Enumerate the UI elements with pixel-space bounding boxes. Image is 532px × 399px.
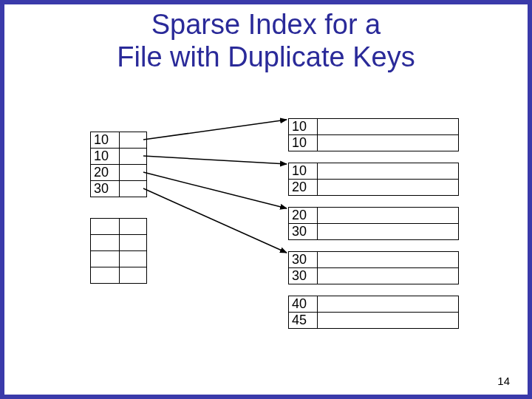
index-block-2: [90, 218, 147, 284]
data-rec: [318, 135, 459, 151]
index-key: 30: [91, 181, 120, 197]
data-block-3: 20 30: [288, 207, 459, 240]
data-block-1: 10 10: [288, 118, 459, 151]
data-rec: [318, 163, 459, 180]
data-rec: [318, 224, 459, 240]
table-row: 10: [91, 132, 147, 149]
index-key: [91, 267, 120, 284]
table-row: 20: [91, 165, 147, 181]
table-row: 30: [289, 268, 459, 284]
table-row: 40: [289, 296, 459, 313]
table-row: 30: [289, 252, 459, 268]
index-ptr: [120, 149, 147, 165]
table-row: 45: [289, 313, 459, 329]
table-row: 10: [289, 135, 459, 151]
table-row: 30: [289, 224, 459, 240]
slide-title: Sparse Index for a File with Duplicate K…: [0, 9, 532, 73]
data-rec: [318, 180, 459, 196]
data-rec: [318, 208, 459, 224]
index-key: 10: [91, 132, 120, 149]
data-key: 20: [289, 208, 318, 224]
index-key: [91, 219, 120, 235]
index-ptr: [120, 165, 147, 181]
table-row: [91, 235, 147, 251]
table-row: 20: [289, 180, 459, 196]
index-key: [91, 251, 120, 267]
table-row: 20: [289, 208, 459, 224]
data-rec: [318, 252, 459, 268]
data-key: 10: [289, 119, 318, 135]
title-line-1: Sparse Index for a: [0, 9, 532, 41]
title-line-2: File with Duplicate Keys: [0, 41, 532, 74]
index-ptr: [120, 251, 147, 267]
table-row: [91, 251, 147, 267]
data-key: 30: [289, 224, 318, 240]
index-ptr: [120, 235, 147, 251]
data-key: 20: [289, 180, 318, 196]
data-rec: [318, 119, 459, 135]
data-block-4: 30 30: [288, 251, 459, 284]
data-key: 10: [289, 135, 318, 151]
page-number: 14: [497, 375, 510, 387]
table-row: 10: [289, 163, 459, 180]
index-ptr: [120, 132, 147, 149]
index-ptr: [120, 219, 147, 235]
data-key: 30: [289, 268, 318, 284]
table-row: 10: [289, 119, 459, 135]
data-rec: [318, 313, 459, 329]
data-block-5: 40 45: [288, 296, 459, 329]
index-ptr: [120, 181, 147, 197]
index-block-1: 10 10 20 30: [90, 132, 147, 197]
table-row: 10: [91, 149, 147, 165]
table-row: [91, 267, 147, 284]
data-block-2: 10 20: [288, 163, 459, 196]
data-rec: [318, 296, 459, 313]
data-key: 40: [289, 296, 318, 313]
table-row: [91, 219, 147, 235]
table-row: 30: [91, 181, 147, 197]
index-key: 20: [91, 165, 120, 181]
index-key: [91, 235, 120, 251]
data-key: 45: [289, 313, 318, 329]
data-key: 30: [289, 252, 318, 268]
index-key: 10: [91, 149, 120, 165]
data-rec: [318, 268, 459, 284]
data-key: 10: [289, 163, 318, 180]
index-ptr: [120, 267, 147, 284]
